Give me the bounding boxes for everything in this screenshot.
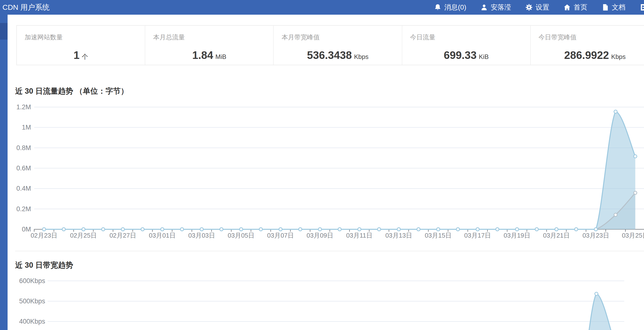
svg-text:03月09日: 03月09日 xyxy=(306,232,334,239)
stat-value: 286.9922Kbps xyxy=(531,49,644,61)
stats-row: 加速网站数量 1个 本月总流量 1.84MiB 本月带宽峰值 536.3438K… xyxy=(16,25,644,65)
stat-value: 699.33KiB xyxy=(402,49,530,61)
svg-text:0.6M: 0.6M xyxy=(16,164,31,172)
section-divider xyxy=(15,251,644,251)
menu-item-messages[interactable]: 消息(0) xyxy=(434,3,466,12)
svg-text:1M: 1M xyxy=(22,124,31,131)
menu-item-settings[interactable]: 设置 xyxy=(525,3,549,12)
stat-value: 1个 xyxy=(17,49,145,61)
header-menu: 消息(0) 安落滢 设置 首页 文档 xyxy=(434,3,644,12)
menu-item-label: 设置 xyxy=(536,3,549,12)
stat-card-site-count: 加速网站数量 1个 xyxy=(17,26,145,65)
document-icon xyxy=(602,4,609,11)
svg-text:600Kbps: 600Kbps xyxy=(19,277,45,284)
svg-text:500Kbps: 500Kbps xyxy=(19,297,45,305)
svg-text:03月07日: 03月07日 xyxy=(267,232,294,239)
app-title: CDN 用户系统 xyxy=(0,3,50,13)
svg-text:03月03日: 03月03日 xyxy=(188,232,215,239)
svg-text:02月23日: 02月23日 xyxy=(30,232,57,239)
svg-text:03月05日: 03月05日 xyxy=(228,232,254,239)
traffic-chart-title: 近 30 日流量趋势 （单位：字节） xyxy=(15,86,128,96)
svg-text:0.4M: 0.4M xyxy=(16,185,31,192)
menu-item-label: 安落滢 xyxy=(491,3,511,12)
svg-text:03月13日: 03月13日 xyxy=(386,232,412,239)
stat-card-today-bandwidth-peak: 今日带宽峰值 286.9922Kbps xyxy=(531,26,644,65)
traffic-trend-chart: 0M0.2M0.4M0.6M0.8M1M1.2M02月23日02月25日02月2… xyxy=(0,100,644,243)
svg-text:03月19日: 03月19日 xyxy=(504,232,530,239)
cdn-dashboard: { "header": { "title": "CDN 用户系统", "menu… xyxy=(0,0,644,330)
logout-icon xyxy=(640,3,644,12)
svg-text:03月17日: 03月17日 xyxy=(464,232,491,239)
svg-text:02月27日: 02月27日 xyxy=(109,232,136,239)
stat-label: 本月带宽峰值 xyxy=(282,33,320,42)
svg-text:02月25日: 02月25日 xyxy=(70,232,97,239)
stat-card-month-traffic: 本月总流量 1.84MiB xyxy=(145,26,274,65)
svg-text:03月01日: 03月01日 xyxy=(149,232,176,239)
svg-text:400Kbps: 400Kbps xyxy=(19,318,45,325)
stat-label: 今日带宽峰值 xyxy=(538,33,576,42)
top-header: CDN 用户系统 消息(0) 安落滢 设置 首页 xyxy=(0,0,644,15)
svg-text:0M: 0M xyxy=(22,226,31,233)
svg-text:03月15日: 03月15日 xyxy=(425,232,452,239)
stat-label: 本月总流量 xyxy=(153,33,185,42)
sidebar-active-item[interactable] xyxy=(0,23,8,40)
bell-icon xyxy=(434,4,442,11)
stat-value: 536.3438Kbps xyxy=(274,49,402,61)
menu-item-logout[interactable] xyxy=(640,3,644,12)
svg-text:03月25日: 03月25日 xyxy=(622,232,644,239)
menu-item-username[interactable]: 安落滢 xyxy=(480,3,511,12)
svg-text:0.2M: 0.2M xyxy=(16,205,31,213)
svg-text:03月21日: 03月21日 xyxy=(543,232,570,239)
menu-item-home[interactable]: 首页 xyxy=(564,3,587,12)
stat-card-month-bandwidth-peak: 本月带宽峰值 536.3438Kbps xyxy=(274,26,402,65)
bandwidth-trend-chart: 400Kbps500Kbps600Kbps02月23日02月25日02月27日0… xyxy=(0,269,644,330)
menu-item-docs[interactable]: 文档 xyxy=(602,3,626,12)
menu-item-label: 文档 xyxy=(612,3,626,12)
svg-text:03月23日: 03月23日 xyxy=(582,232,609,239)
svg-text:0.8M: 0.8M xyxy=(16,144,31,151)
stat-label: 今日流量 xyxy=(410,33,436,42)
user-icon xyxy=(480,4,488,11)
svg-text:03月11日: 03月11日 xyxy=(346,232,372,239)
gear-icon xyxy=(525,4,533,11)
home-icon xyxy=(564,4,571,11)
stat-label: 加速网站数量 xyxy=(25,33,63,42)
svg-text:1.2M: 1.2M xyxy=(16,103,31,111)
menu-item-label: 消息(0) xyxy=(444,3,466,12)
stat-card-today-traffic: 今日流量 699.33KiB xyxy=(402,26,531,65)
stat-value: 1.84MiB xyxy=(145,49,273,61)
menu-item-label: 首页 xyxy=(574,3,587,12)
